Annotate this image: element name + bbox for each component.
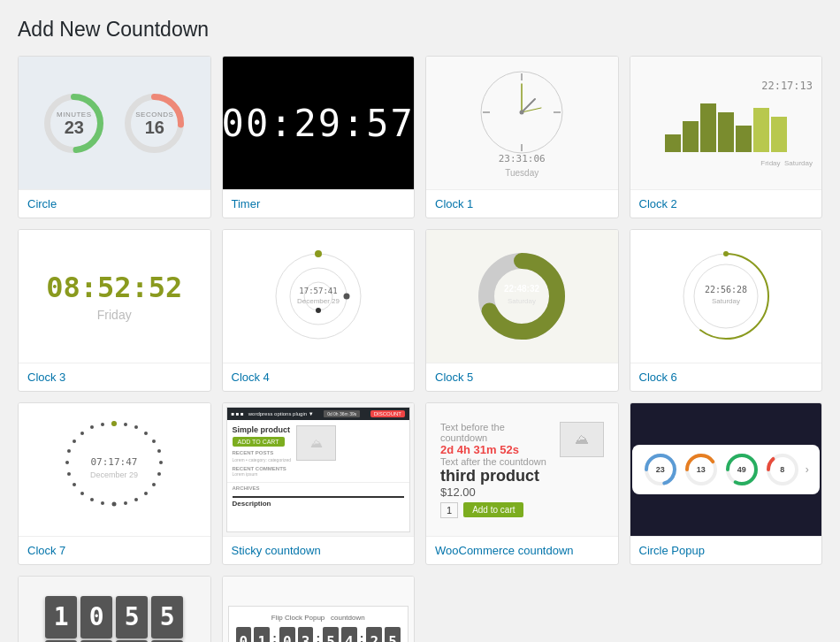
clock1-time: 23:31:06	[499, 153, 546, 164]
minutes-val: 23	[57, 118, 92, 136]
clock3-time: 08:52:52	[46, 271, 182, 304]
fcpopup-digits: 0 1 : 0 3 : 5 4 : 2 5	[236, 627, 401, 642]
clock3-preview: 08:52:52 Friday	[19, 230, 210, 363]
clock4-preview: 17:57:41 December 29	[223, 230, 415, 363]
popup-arrow: ›	[806, 463, 809, 476]
woo-qty: 1	[440, 502, 458, 518]
fcpopup-title: Flip Clock Popup countdown	[236, 614, 401, 622]
svg-point-50	[65, 461, 69, 464]
card-clock1[interactable]: 23:31:06 Tuesday Clock 1	[425, 56, 619, 218]
flip-digit-days-1: 1	[45, 596, 77, 638]
card-circle[interactable]: MINUTES 23 SECONDS 16 Circle	[18, 56, 211, 218]
seconds-val: 16	[135, 118, 173, 136]
sticky-add-btn: ADD TO CART	[233, 437, 285, 447]
clock1-preview: 23:31:06 Tuesday	[426, 57, 618, 189]
card-clock3[interactable]: 08:52:52 Friday Clock 3	[18, 229, 211, 392]
svg-point-40	[152, 483, 156, 486]
svg-text:17:57:41: 17:57:41	[299, 287, 337, 295]
circle-label: Circle	[19, 189, 210, 218]
card-timer[interactable]: 00:29:57 Timer	[222, 56, 416, 218]
clock6-preview: 22:56:28 Saturday	[630, 230, 822, 363]
circle-preview: MINUTES 23 SECONDS 16	[19, 57, 210, 189]
svg-line-9	[522, 99, 535, 112]
svg-point-37	[157, 449, 161, 453]
card-woo[interactable]: Text before the countdown 2d 4h 31m 52s …	[425, 402, 619, 565]
woo-label: WooCommerce countdown	[426, 536, 618, 564]
svg-text:December 29: December 29	[90, 470, 138, 479]
sticky-discount: DISCOUNT	[370, 410, 405, 417]
svg-point-41	[144, 492, 148, 495]
card-clock2[interactable]: 22:17:13 Friday Saturday Clock 2	[630, 56, 823, 218]
svg-point-34	[134, 425, 138, 429]
woo-price: $12.00	[440, 485, 551, 499]
svg-point-45	[101, 501, 104, 505]
svg-point-48	[73, 483, 76, 486]
svg-point-17	[343, 294, 349, 300]
sticky-img: ⛰	[296, 425, 336, 461]
countdown-grid: MINUTES 23 SECONDS 16 Circle 00:29:57	[18, 56, 822, 642]
svg-point-53	[80, 432, 84, 435]
woo-addtocart-btn: Add to cart	[463, 502, 523, 517]
card-clock7[interactable]: 07:17:47 December 29 Clock 7	[18, 402, 211, 565]
sticky-desc: Description	[233, 496, 405, 508]
clock6-label: Clock 6	[630, 363, 822, 391]
svg-point-26	[694, 264, 758, 328]
sticky-header-text: ■ ■ ■ wordpress options plugin ▼	[232, 411, 314, 417]
popup-gauge-3: 49	[724, 452, 760, 487]
popup-gauge-2: 13	[683, 452, 719, 487]
clock1-label: Clock 1	[426, 189, 618, 218]
card-clock5[interactable]: 22:48:32 Saturday Clock 5	[425, 229, 619, 392]
minutes-gauge: MINUTES 23	[41, 90, 107, 157]
flipclock-preview: 1 0 DAYS 0 2 HOURS 5 1 MINUTES 5 2 SECON…	[19, 577, 210, 642]
timer-preview: 00:29:57	[223, 57, 415, 189]
card-clock6[interactable]: 22:56:28 Saturday Clock 6	[630, 229, 823, 392]
flip-unit-minutes: 5 1 MINUTES	[116, 596, 148, 643]
svg-point-49	[67, 472, 71, 476]
flip-unit-days: 1 0 DAYS	[45, 596, 77, 643]
svg-point-44	[112, 502, 117, 507]
clock4-label: Clock 4	[223, 363, 415, 391]
card-flipclock-popup[interactable]: Flip Clock Popup countdown 0 1 : 0 3 : 5…	[222, 576, 416, 642]
page-title: Add New Countdown	[18, 18, 822, 42]
sticky-mini: ■ ■ ■ wordpress options plugin ▼ 0d 0h 3…	[226, 407, 411, 532]
timer-value: 00:29:57	[223, 102, 415, 145]
flip-digit-sec-1: 5	[151, 596, 183, 638]
clock1-day: Tuesday	[505, 168, 538, 178]
flipclock-popup-preview: Flip Clock Popup countdown 0 1 : 0 3 : 5…	[223, 577, 415, 642]
circle-popup-device: 23 13 49	[632, 445, 820, 494]
clock3-day: Friday	[97, 308, 132, 322]
svg-point-16	[315, 250, 322, 257]
svg-point-56	[111, 421, 117, 426]
svg-text:Saturday: Saturday	[508, 297, 536, 305]
svg-point-55	[101, 423, 104, 426]
svg-point-54	[90, 425, 94, 429]
seconds-gauge: SECONDS 16	[121, 90, 187, 157]
svg-point-33	[124, 423, 127, 426]
svg-text:Saturday: Saturday	[712, 297, 740, 305]
card-flipclock[interactable]: 1 0 DAYS 0 2 HOURS 5 1 MINUTES 5 2 SECON…	[18, 576, 211, 642]
svg-point-52	[73, 439, 76, 443]
sticky-product-name: Simple product	[233, 425, 292, 434]
svg-point-42	[134, 498, 138, 501]
svg-point-31	[68, 424, 160, 516]
circle-popup-label: Circle Popup	[630, 536, 822, 564]
clock2-sublabel: Friday Saturday	[760, 159, 813, 167]
svg-point-18	[316, 308, 321, 313]
svg-point-36	[152, 439, 156, 443]
card-sticky[interactable]: ■ ■ ■ wordpress options plugin ▼ 0d 0h 3…	[222, 402, 416, 565]
svg-point-39	[157, 472, 161, 476]
flip-digit-min-1: 5	[116, 596, 148, 638]
card-circle-popup[interactable]: 23 13 49	[630, 402, 823, 565]
fcpopup-inner: Flip Clock Popup countdown 0 1 : 0 3 : 5…	[228, 606, 409, 642]
clock2-preview: 22:17:13 Friday Saturday	[630, 57, 822, 189]
woo-product-image: ⛰	[560, 422, 604, 457]
clock7-preview: 07:17:47 December 29	[19, 403, 210, 536]
svg-text:22:56:28: 22:56:28	[705, 285, 747, 294]
clock5-label: Clock 5	[426, 363, 618, 391]
svg-point-12	[520, 111, 524, 115]
card-clock4[interactable]: 17:57:41 December 29 Clock 4	[222, 229, 416, 392]
flip-unit-seconds: 5 2 SECONDS	[151, 596, 183, 643]
svg-text:22:48:32: 22:48:32	[504, 284, 539, 294]
svg-point-46	[90, 498, 94, 501]
clock7-label: Clock 7	[19, 536, 210, 564]
